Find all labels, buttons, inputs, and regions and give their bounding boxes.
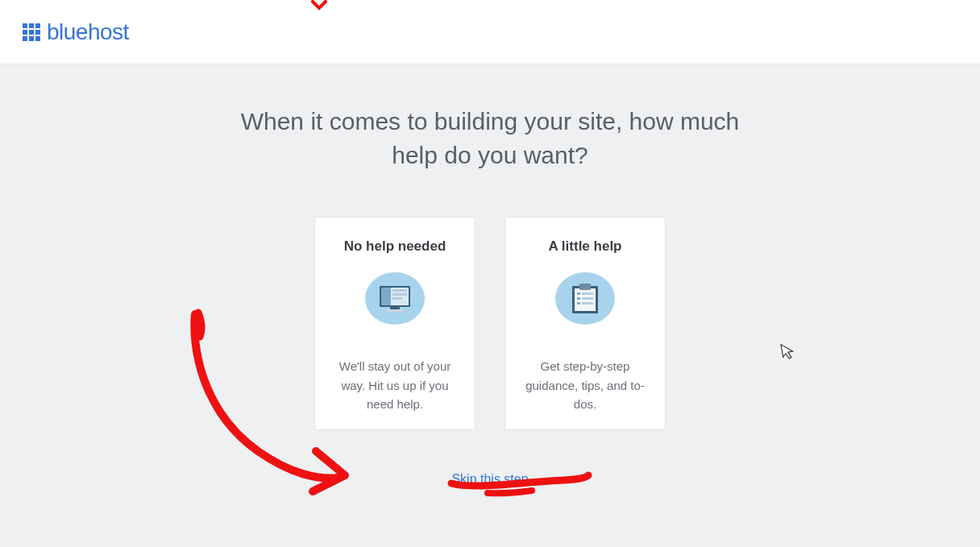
card-title: A little help	[549, 238, 622, 255]
main-content: When it comes to building your site, how…	[0, 64, 980, 487]
onboarding-question: When it comes to building your site, how…	[232, 105, 748, 172]
header: bluehost	[0, 0, 980, 64]
card-description: We'll stay out of your way. Hit us up if…	[330, 357, 460, 413]
svg-rect-4	[392, 293, 407, 296]
option-cards: No help needed We'll stay out of your wa…	[0, 217, 980, 430]
svg-rect-16	[582, 302, 593, 305]
svg-rect-6	[390, 307, 400, 309]
svg-rect-3	[392, 289, 407, 292]
svg-rect-15	[577, 302, 580, 305]
card-title: No help needed	[344, 238, 446, 255]
svg-rect-11	[577, 292, 580, 295]
card-no-help[interactable]: No help needed We'll stay out of your wa…	[314, 217, 475, 430]
svg-rect-13	[577, 297, 580, 300]
skip-step-link[interactable]: Skip this step	[451, 472, 528, 487]
svg-rect-10	[579, 284, 591, 290]
svg-rect-2	[381, 288, 391, 305]
svg-rect-12	[582, 292, 593, 295]
monitor-icon	[365, 272, 425, 325]
svg-rect-5	[392, 297, 402, 300]
svg-rect-14	[582, 297, 593, 300]
card-little-help[interactable]: A little help Get step-by-step guidance,…	[505, 217, 666, 430]
grid-icon	[23, 23, 40, 41]
checklist-icon	[555, 272, 615, 325]
brand-logo[interactable]: bluehost	[23, 19, 129, 45]
card-description: Get step-by-step guidance, tips, and to-…	[520, 357, 650, 413]
svg-rect-7	[387, 309, 403, 312]
brand-name: bluehost	[47, 19, 129, 45]
